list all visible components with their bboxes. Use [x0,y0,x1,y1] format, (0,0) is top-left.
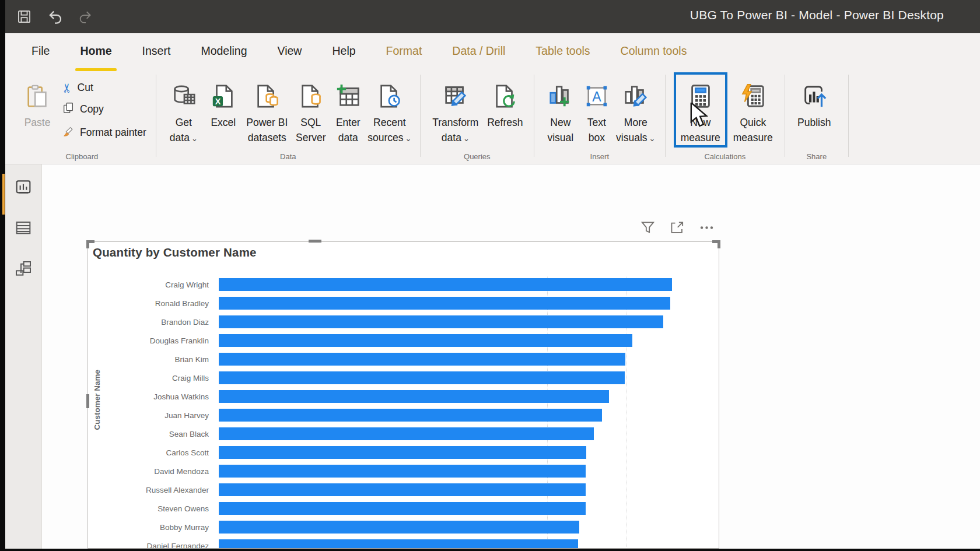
bar[interactable] [219,427,594,440]
tab-data-drill[interactable]: Data / Drill [437,33,520,69]
bar-area [219,390,678,403]
resize-handle-left-middle[interactable] [86,394,89,408]
filter-icon[interactable] [639,219,657,238]
tab-format[interactable]: Format [371,33,438,69]
tab-help[interactable]: Help [317,33,370,69]
sidebar-item-data-view[interactable] [13,218,33,238]
bar-area [219,278,678,291]
bar[interactable] [219,502,586,515]
recent-sources-icon [376,79,403,113]
chart-title: Quantity by Customer Name [93,245,257,259]
bar[interactable] [219,371,625,384]
recent-sources-button[interactable]: Recent sources⌄ [366,75,413,146]
power-bi-datasets-button[interactable]: Power BI datasets [243,75,292,145]
excel-icon: X [210,79,237,113]
screen-bottom-edge [0,549,980,551]
bar[interactable] [219,539,578,549]
chart-row: Juan Harvey [88,406,678,424]
bar[interactable] [219,334,632,347]
refresh-button[interactable]: Refresh [484,75,527,130]
category-label: Bobby Murray [88,523,219,532]
paste-button[interactable]: Paste [15,75,60,130]
bar-area [219,465,678,478]
bar-chart-visual[interactable]: Quantity by Customer Name Customer Name … [88,241,719,549]
bar[interactable] [219,315,663,328]
chart-row: Craig Mills [88,368,678,387]
more-visuals-button[interactable]: More visuals⌄ [614,75,658,146]
text-box-icon: A [583,79,610,113]
category-label: Douglas Franklin [88,336,219,345]
quick-measure-icon [740,79,766,113]
redo-icon[interactable] [78,9,94,25]
bar[interactable] [219,483,586,496]
publish-button[interactable]: Publish [792,75,836,130]
category-label: Steven Owens [88,504,219,513]
tab-home[interactable]: Home [65,33,127,69]
group-label-insert: Insert [536,152,664,161]
copy-icon [62,101,75,117]
publish-icon [801,79,828,113]
tab-modeling[interactable]: Modeling [186,33,262,69]
bar[interactable] [219,521,579,534]
bar[interactable] [219,409,602,422]
tab-column-tools[interactable]: Column tools [606,33,702,69]
chart-row: David Mendoza [88,462,678,480]
database-icon [170,79,197,113]
bar[interactable] [219,446,586,459]
tab-table-tools[interactable]: Table tools [520,33,605,69]
group-label-clipboard: Clipboard [9,152,155,161]
active-view-indicator [2,174,5,215]
category-label: Sean Black [88,430,219,438]
more-options-icon[interactable] [697,219,716,238]
ribbon-separator [420,75,421,157]
focus-mode-icon[interactable] [668,219,686,238]
chart-rows: Craig WrightRonald BradleyBrandon DiazDo… [88,275,678,549]
format-painter-button[interactable]: Format painter [60,124,149,142]
new-visual-button[interactable]: New visual [541,75,580,145]
svg-text:A: A [592,89,601,104]
resize-handle-top-center[interactable] [309,240,321,243]
category-label: Joshua Watkins [88,392,219,401]
get-data-button[interactable]: Get data⌄ [163,75,204,146]
tab-view[interactable]: View [262,33,317,69]
bar-area [219,427,678,440]
chart-row: Russell Alexander [88,480,678,499]
ribbon-separator [665,75,666,157]
bar-area [219,446,678,459]
chart-row: Douglas Franklin [88,331,678,350]
bar[interactable] [219,390,609,403]
bar[interactable] [219,297,670,310]
sidebar-item-model-view[interactable] [13,259,33,279]
category-label: Craig Wright [88,280,219,289]
group-label-queries: Queries [422,152,533,161]
ribbon-group-queries: Transform data⌄ Refresh Queries [422,69,533,164]
tab-insert[interactable]: Insert [127,33,186,69]
bar[interactable] [219,465,586,478]
data-view-icon [14,219,33,237]
undo-icon[interactable] [46,8,64,26]
enter-data-button[interactable]: Enter data [330,75,366,145]
model-view-icon [14,259,33,278]
group-label-calculations: Calculations [667,152,783,161]
text-box-button[interactable]: A Text box [580,75,614,145]
ribbon-group-data: Get data⌄ X Excel [158,69,419,164]
sql-server-button[interactable]: SQL Server [292,75,330,145]
bar[interactable] [219,353,625,366]
category-label: Juan Harvey [88,411,219,420]
cut-button[interactable]: ✂ Cut [60,80,149,95]
bar[interactable] [219,278,672,291]
chevron-down-icon: ⌄ [405,134,411,143]
category-label: Brandon Diaz [88,318,219,327]
category-label: Brian Kim [88,355,219,364]
ribbon-separator [534,75,534,157]
quick-measure-button[interactable]: Quick measure [729,75,778,145]
excel-button[interactable]: X Excel [204,75,243,130]
chevron-down-icon: ⌄ [463,134,470,143]
tab-file[interactable]: File [16,33,65,69]
sidebar-item-report-view[interactable] [13,177,33,197]
chart-row: Ronald Bradley [88,294,678,313]
save-icon[interactable] [16,9,32,24]
transform-data-button[interactable]: Transform data⌄ [428,75,484,146]
ribbon-group-insert: New visual A Text box [536,69,664,164]
copy-button[interactable]: Copy [60,100,149,118]
